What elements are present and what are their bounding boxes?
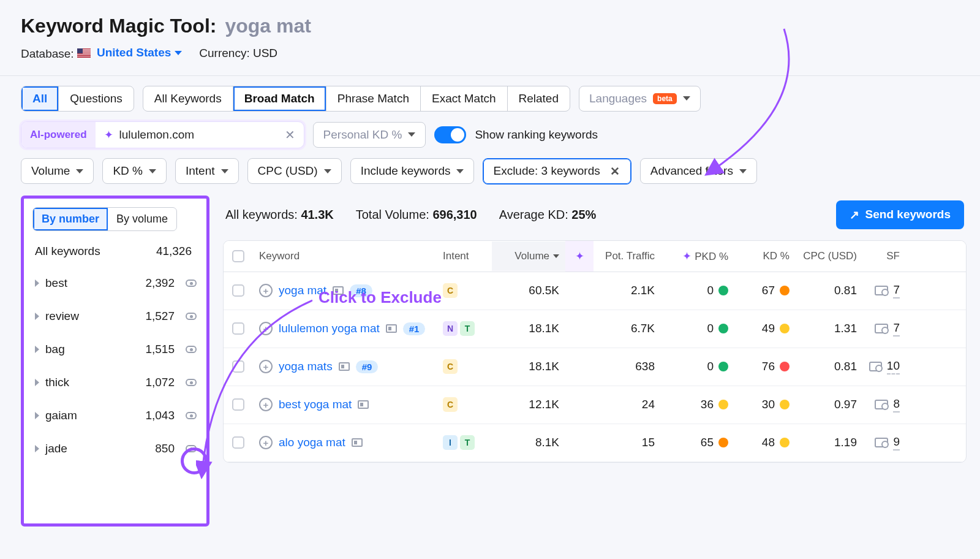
toggle-label: Show ranking keywords — [475, 128, 598, 142]
col-cpc[interactable]: CPC (USD) — [796, 241, 863, 271]
filter-include[interactable]: Include keywords — [350, 158, 475, 184]
col-pot-traffic[interactable]: Pot. Traffic — [594, 241, 661, 271]
serp-features-icon[interactable] — [875, 286, 888, 295]
keyword-group-row[interactable]: thick 1,072 — [30, 366, 202, 399]
col-pkd[interactable]: ✦ PKD % — [661, 241, 734, 272]
serp-icon[interactable] — [339, 362, 350, 371]
clear-exclude-icon[interactable]: ✕ — [609, 164, 621, 178]
col-sf[interactable]: SF — [863, 241, 906, 271]
add-keyword-icon[interactable]: + — [259, 436, 273, 449]
eye-icon[interactable] — [186, 379, 197, 386]
send-keywords-button[interactable]: ↗ Send keywords — [836, 200, 964, 229]
filter-cpc[interactable]: CPC (USD) — [247, 158, 342, 184]
eye-icon[interactable] — [186, 313, 197, 320]
row-checkbox[interactable] — [232, 398, 244, 411]
all-keywords-label[interactable]: All keywords — [35, 245, 100, 258]
eye-icon[interactable] — [186, 412, 197, 419]
keyword-link[interactable]: yoga mats — [279, 360, 333, 373]
tab-exact-match[interactable]: Exact Match — [421, 86, 508, 111]
serp-icon[interactable] — [386, 324, 397, 333]
tab-all[interactable]: All — [21, 86, 59, 111]
sort-toggle: By number By volume — [32, 207, 177, 231]
us-flag-icon — [77, 48, 91, 58]
filter-exclude[interactable]: Exclude: 3 keywords ✕ — [483, 158, 631, 184]
tab-all-keywords[interactable]: All Keywords — [143, 86, 233, 111]
tab-related[interactable]: Related — [508, 86, 570, 111]
header: Keyword Magic Tool: yoga mat Database: U… — [0, 0, 980, 67]
tab-questions[interactable]: Questions — [59, 86, 134, 111]
row-checkbox[interactable] — [232, 284, 244, 297]
eye-icon[interactable] — [186, 346, 197, 353]
keyword-group-row[interactable]: bag 1,515 — [30, 333, 202, 366]
col-ai-sparkle[interactable]: ✦ — [565, 241, 594, 272]
group-count: 1,515 — [145, 343, 175, 356]
serp-features-icon[interactable] — [875, 324, 888, 333]
filter-intent[interactable]: Intent — [175, 158, 239, 184]
keyword-group-row[interactable]: review 1,527 — [30, 300, 202, 333]
cell-pot-traffic: 24 — [594, 387, 661, 422]
group-count: 850 — [155, 442, 175, 455]
personal-kd-dropdown[interactable]: Personal KD % — [313, 122, 426, 148]
intent-badge-N: N — [443, 321, 458, 336]
serp-icon[interactable] — [358, 400, 369, 409]
sort-by-volume[interactable]: By volume — [108, 208, 176, 230]
eye-icon[interactable] — [186, 280, 197, 287]
keyword-group-row[interactable]: gaiam 1,043 — [30, 399, 202, 432]
eye-icon[interactable] — [186, 445, 197, 452]
intent-badge-C: C — [443, 283, 458, 298]
tab-phrase-match[interactable]: Phrase Match — [326, 86, 421, 111]
cell-kd: 67 — [734, 273, 796, 308]
chevron-right-icon — [35, 346, 39, 353]
share-arrow-icon: ↗ — [850, 208, 859, 222]
clear-domain-icon[interactable]: ✕ — [285, 127, 295, 142]
cell-cpc: 0.97 — [796, 387, 863, 422]
table-header: Keyword Intent Volume ✦ Pot. Traffic ✦ P… — [224, 241, 966, 272]
select-all-checkbox[interactable] — [232, 250, 244, 262]
cell-kd: 76 — [734, 349, 796, 384]
ai-domain-input[interactable]: ✦ lululemon.com ✕ — [96, 122, 304, 148]
intent-badge-C: C — [443, 359, 458, 374]
languages-dropdown[interactable]: Languages beta — [579, 86, 701, 112]
row-checkbox[interactable] — [232, 436, 244, 449]
row-checkbox[interactable] — [232, 322, 244, 335]
keyword-link[interactable]: yoga mat — [279, 284, 326, 297]
cell-volume: 12.1K — [492, 387, 565, 422]
row-checkbox[interactable] — [232, 360, 244, 373]
sort-by-number[interactable]: By number — [33, 208, 108, 230]
serp-features-icon[interactable] — [875, 400, 888, 409]
tab-broad-match[interactable]: Broad Match — [233, 86, 326, 111]
keyword-link[interactable]: lululemon yoga mat — [279, 322, 380, 335]
chevron-down-icon — [149, 169, 156, 173]
chevron-right-icon — [35, 313, 39, 320]
filter-advanced[interactable]: Advanced filters — [640, 158, 757, 184]
serp-icon[interactable] — [333, 286, 344, 295]
group-name: thick — [45, 376, 139, 389]
keyword-link[interactable]: best yoga mat — [279, 398, 352, 411]
add-keyword-icon[interactable]: + — [259, 322, 273, 335]
difficulty-dot — [718, 286, 728, 295]
group-count: 1,043 — [145, 409, 175, 422]
serp-features-icon[interactable] — [869, 362, 882, 371]
add-keyword-icon[interactable]: + — [259, 284, 273, 297]
serp-features-icon[interactable] — [875, 438, 888, 447]
keyword-link[interactable]: alo yoga mat — [279, 436, 345, 449]
currency-label: Currency: — [199, 47, 249, 59]
show-ranking-toggle[interactable] — [434, 126, 466, 143]
keyword-group-row[interactable]: jade 850 — [30, 432, 202, 465]
col-kd[interactable]: KD % — [734, 241, 796, 271]
col-volume[interactable]: Volume — [492, 241, 565, 271]
database-selector[interactable]: United States — [77, 46, 182, 59]
rank-pill: #8 — [350, 284, 372, 297]
cell-sf: 10 — [863, 348, 906, 386]
keyword-group-row[interactable]: best 2,392 — [30, 267, 202, 300]
add-keyword-icon[interactable]: + — [259, 360, 273, 373]
cell-ai — [565, 432, 594, 454]
col-intent[interactable]: Intent — [437, 241, 492, 271]
col-keyword[interactable]: Keyword — [253, 241, 437, 271]
cell-volume: 60.5K — [492, 273, 565, 308]
cell-kd: 48 — [734, 425, 796, 460]
serp-icon[interactable] — [352, 438, 363, 447]
filter-kd[interactable]: KD % — [102, 158, 167, 184]
add-keyword-icon[interactable]: + — [259, 398, 273, 411]
filter-volume[interactable]: Volume — [21, 158, 94, 184]
